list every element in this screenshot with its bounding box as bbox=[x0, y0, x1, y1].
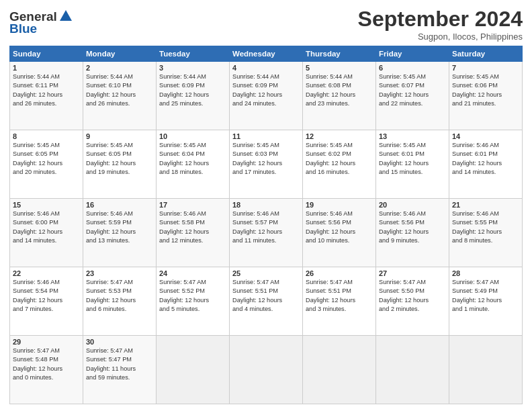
day-number: 29 bbox=[13, 338, 80, 346]
day-cell-23: 23Sunrise: 5:47 AMSunset: 5:53 PMDayligh… bbox=[83, 267, 157, 336]
cell-content: Sunrise: 5:46 AMSunset: 6:00 PMDaylight:… bbox=[13, 210, 80, 245]
header-row: Sunday Monday Tuesday Wednesday Thursday… bbox=[10, 46, 523, 62]
day-number: 26 bbox=[306, 269, 373, 277]
day-cell-13: 13Sunrise: 5:45 AMSunset: 6:01 PMDayligh… bbox=[376, 130, 449, 199]
day-number: 27 bbox=[379, 269, 446, 277]
day-number: 15 bbox=[13, 201, 80, 209]
day-number: 5 bbox=[306, 64, 373, 72]
day-number: 22 bbox=[13, 269, 80, 277]
day-cell-17: 17Sunrise: 5:46 AMSunset: 5:58 PMDayligh… bbox=[157, 199, 230, 267]
cell-content: Sunrise: 5:44 AMSunset: 6:09 PMDaylight:… bbox=[159, 73, 226, 108]
col-tuesday: Tuesday bbox=[157, 46, 230, 62]
day-number: 25 bbox=[232, 269, 300, 277]
month-title: September 2024 bbox=[358, 7, 523, 32]
cell-content: Sunrise: 5:44 AMSunset: 6:09 PMDaylight:… bbox=[232, 73, 300, 108]
cell-content: Sunrise: 5:45 AMSunset: 6:06 PMDaylight:… bbox=[452, 73, 519, 108]
cell-content: Sunrise: 5:47 AMSunset: 5:49 PMDaylight:… bbox=[452, 278, 519, 314]
day-cell-21: 21Sunrise: 5:46 AMSunset: 5:55 PMDayligh… bbox=[449, 199, 523, 267]
cell-content: Sunrise: 5:45 AMSunset: 6:05 PMDaylight:… bbox=[13, 141, 80, 177]
cell-content: Sunrise: 5:47 AMSunset: 5:51 PMDaylight:… bbox=[306, 278, 373, 314]
day-cell-9: 9Sunrise: 5:45 AMSunset: 6:05 PMDaylight… bbox=[83, 130, 157, 199]
day-cell-16: 16Sunrise: 5:46 AMSunset: 5:59 PMDayligh… bbox=[83, 199, 157, 267]
day-number: 12 bbox=[306, 132, 373, 140]
cell-content: Sunrise: 5:45 AMSunset: 6:01 PMDaylight:… bbox=[379, 141, 446, 177]
cell-content: Sunrise: 5:47 AMSunset: 5:48 PMDaylight:… bbox=[13, 347, 80, 382]
week-row-2: 8Sunrise: 5:45 AMSunset: 6:05 PMDaylight… bbox=[10, 130, 523, 199]
day-cell-15: 15Sunrise: 5:46 AMSunset: 6:00 PMDayligh… bbox=[10, 199, 83, 267]
day-number: 9 bbox=[86, 132, 153, 140]
day-cell-20: 20Sunrise: 5:46 AMSunset: 5:56 PMDayligh… bbox=[376, 199, 449, 267]
page: General Blue September 2024 Sugpon, Iloc… bbox=[0, 0, 532, 411]
day-cell-8: 8Sunrise: 5:45 AMSunset: 6:05 PMDaylight… bbox=[10, 130, 83, 199]
day-cell-30: 30Sunrise: 5:47 AMSunset: 5:47 PMDayligh… bbox=[83, 336, 157, 404]
day-cell-empty bbox=[376, 336, 449, 404]
col-wednesday: Wednesday bbox=[230, 46, 303, 62]
day-number: 1 bbox=[13, 64, 80, 72]
header: General Blue September 2024 Sugpon, Iloc… bbox=[9, 7, 523, 42]
cell-content: Sunrise: 5:44 AMSunset: 6:08 PMDaylight:… bbox=[306, 73, 373, 108]
cell-content: Sunrise: 5:44 AMSunset: 6:10 PMDaylight:… bbox=[86, 73, 153, 108]
day-cell-25: 25Sunrise: 5:47 AMSunset: 5:51 PMDayligh… bbox=[230, 267, 303, 336]
cell-content: Sunrise: 5:46 AMSunset: 5:59 PMDaylight:… bbox=[86, 210, 153, 245]
col-saturday: Saturday bbox=[449, 46, 523, 62]
cell-content: Sunrise: 5:45 AMSunset: 6:05 PMDaylight:… bbox=[86, 141, 153, 177]
day-number: 24 bbox=[159, 269, 226, 277]
day-number: 14 bbox=[452, 132, 519, 140]
cell-content: Sunrise: 5:45 AMSunset: 6:07 PMDaylight:… bbox=[379, 73, 446, 108]
day-number: 11 bbox=[232, 132, 300, 140]
col-thursday: Thursday bbox=[303, 46, 376, 62]
day-number: 13 bbox=[379, 132, 446, 140]
col-sunday: Sunday bbox=[10, 46, 83, 62]
cell-content: Sunrise: 5:46 AMSunset: 5:58 PMDaylight:… bbox=[159, 210, 226, 245]
cell-content: Sunrise: 5:47 AMSunset: 5:53 PMDaylight:… bbox=[86, 278, 153, 314]
day-cell-7: 7Sunrise: 5:45 AMSunset: 6:06 PMDaylight… bbox=[449, 62, 523, 130]
day-cell-5: 5Sunrise: 5:44 AMSunset: 6:08 PMDaylight… bbox=[303, 62, 376, 130]
cell-content: Sunrise: 5:44 AMSunset: 6:11 PMDaylight:… bbox=[13, 73, 80, 108]
cell-content: Sunrise: 5:46 AMSunset: 5:56 PMDaylight:… bbox=[306, 210, 373, 245]
day-cell-10: 10Sunrise: 5:45 AMSunset: 6:04 PMDayligh… bbox=[157, 130, 230, 199]
cell-content: Sunrise: 5:47 AMSunset: 5:47 PMDaylight:… bbox=[86, 347, 153, 382]
cell-content: Sunrise: 5:46 AMSunset: 6:01 PMDaylight:… bbox=[452, 141, 519, 177]
calendar-table: Sunday Monday Tuesday Wednesday Thursday… bbox=[9, 46, 523, 404]
day-number: 21 bbox=[452, 201, 519, 209]
calendar-body: 1Sunrise: 5:44 AMSunset: 6:11 PMDaylight… bbox=[10, 62, 523, 404]
cell-content: Sunrise: 5:46 AMSunset: 5:54 PMDaylight:… bbox=[13, 278, 80, 314]
day-cell-22: 22Sunrise: 5:46 AMSunset: 5:54 PMDayligh… bbox=[10, 267, 83, 336]
title-block: September 2024 Sugpon, Ilocos, Philippin… bbox=[358, 7, 523, 42]
cell-content: Sunrise: 5:46 AMSunset: 5:57 PMDaylight:… bbox=[232, 210, 300, 245]
day-cell-18: 18Sunrise: 5:46 AMSunset: 5:57 PMDayligh… bbox=[230, 199, 303, 267]
day-number: 20 bbox=[379, 201, 446, 209]
day-cell-19: 19Sunrise: 5:46 AMSunset: 5:56 PMDayligh… bbox=[303, 199, 376, 267]
week-row-1: 1Sunrise: 5:44 AMSunset: 6:11 PMDaylight… bbox=[10, 62, 523, 130]
day-cell-12: 12Sunrise: 5:45 AMSunset: 6:02 PMDayligh… bbox=[303, 130, 376, 199]
day-number: 28 bbox=[452, 269, 519, 277]
day-cell-empty bbox=[230, 336, 303, 404]
week-row-3: 15Sunrise: 5:46 AMSunset: 6:00 PMDayligh… bbox=[10, 199, 523, 267]
svg-marker-0 bbox=[60, 10, 72, 21]
day-number: 19 bbox=[306, 201, 373, 209]
cell-content: Sunrise: 5:45 AMSunset: 6:04 PMDaylight:… bbox=[159, 141, 226, 177]
day-number: 7 bbox=[452, 64, 519, 72]
day-number: 2 bbox=[86, 64, 153, 72]
day-number: 8 bbox=[13, 132, 80, 140]
day-cell-28: 28Sunrise: 5:47 AMSunset: 5:49 PMDayligh… bbox=[449, 267, 523, 336]
day-cell-24: 24Sunrise: 5:47 AMSunset: 5:52 PMDayligh… bbox=[157, 267, 230, 336]
day-number: 23 bbox=[86, 269, 153, 277]
day-cell-4: 4Sunrise: 5:44 AMSunset: 6:09 PMDaylight… bbox=[230, 62, 303, 130]
logo: General Blue bbox=[9, 9, 73, 36]
day-cell-14: 14Sunrise: 5:46 AMSunset: 6:01 PMDayligh… bbox=[449, 130, 523, 199]
col-friday: Friday bbox=[376, 46, 449, 62]
cell-content: Sunrise: 5:45 AMSunset: 6:03 PMDaylight:… bbox=[232, 141, 300, 177]
day-number: 6 bbox=[379, 64, 446, 72]
day-cell-27: 27Sunrise: 5:47 AMSunset: 5:50 PMDayligh… bbox=[376, 267, 449, 336]
week-row-5: 29Sunrise: 5:47 AMSunset: 5:48 PMDayligh… bbox=[10, 336, 523, 404]
day-number: 30 bbox=[86, 338, 153, 346]
logo-icon bbox=[58, 9, 73, 24]
day-cell-1: 1Sunrise: 5:44 AMSunset: 6:11 PMDaylight… bbox=[10, 62, 83, 130]
day-number: 10 bbox=[159, 132, 226, 140]
location: Sugpon, Ilocos, Philippines bbox=[358, 32, 523, 42]
cell-content: Sunrise: 5:47 AMSunset: 5:52 PMDaylight:… bbox=[159, 278, 226, 314]
day-cell-26: 26Sunrise: 5:47 AMSunset: 5:51 PMDayligh… bbox=[303, 267, 376, 336]
week-row-4: 22Sunrise: 5:46 AMSunset: 5:54 PMDayligh… bbox=[10, 267, 523, 336]
day-cell-2: 2Sunrise: 5:44 AMSunset: 6:10 PMDaylight… bbox=[83, 62, 157, 130]
